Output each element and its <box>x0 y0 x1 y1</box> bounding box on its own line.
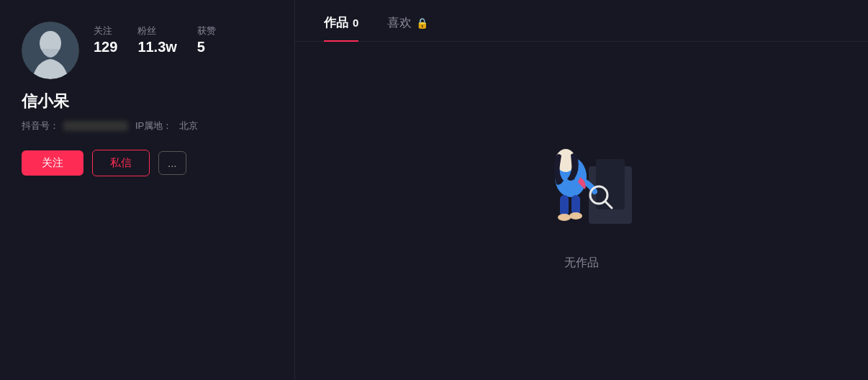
tab-likes-label: 喜欢 <box>387 14 412 31</box>
user-meta: 抖音号： IP属地： 北京 <box>22 119 273 132</box>
stat-fans: 粉丝 11.3w <box>137 24 176 55</box>
svg-rect-9 <box>571 195 580 215</box>
svg-point-11 <box>569 212 582 220</box>
fans-label: 粉丝 <box>137 24 156 37</box>
action-buttons: 关注 私信 ... <box>22 150 273 176</box>
douyin-label: 抖音号： <box>22 119 59 132</box>
stat-likes: 获赞 5 <box>197 24 216 55</box>
follow-count: 129 <box>94 39 117 55</box>
fans-count: 11.3w <box>137 39 176 55</box>
avatar <box>22 22 79 79</box>
empty-content: 无作品 <box>295 42 868 380</box>
svg-rect-8 <box>560 195 569 217</box>
tab-works[interactable]: 作品 0 <box>324 14 358 41</box>
username: 信小呆 <box>22 91 273 112</box>
likes-label: 获赞 <box>197 24 216 37</box>
message-button[interactable]: 私信 <box>92 150 150 176</box>
follow-button[interactable]: 关注 <box>22 150 83 176</box>
ip-label: IP属地： <box>135 119 172 132</box>
profile-top: 关注 129 粉丝 11.3w 获赞 5 <box>22 22 273 79</box>
empty-text: 无作品 <box>564 255 599 271</box>
empty-illustration <box>517 123 646 238</box>
follow-label: 关注 <box>94 24 112 37</box>
svg-point-10 <box>558 214 571 221</box>
svg-rect-3 <box>596 159 625 209</box>
likes-count: 5 <box>197 39 205 55</box>
stats-row: 关注 129 粉丝 11.3w 获赞 5 <box>94 22 216 55</box>
tab-likes[interactable]: 喜欢 🔒 <box>387 14 428 41</box>
id-blur <box>63 121 128 131</box>
stat-follow: 关注 129 <box>94 24 117 55</box>
ip-location: 北京 <box>179 119 198 132</box>
tab-works-label: 作品 <box>324 14 348 31</box>
lock-icon: 🔒 <box>416 17 428 29</box>
more-button[interactable]: ... <box>158 151 186 175</box>
tab-works-count: 0 <box>353 17 358 29</box>
douyin-id: 抖音号： <box>22 119 128 132</box>
right-panel: 作品 0 喜欢 🔒 <box>295 0 868 380</box>
tab-bar: 作品 0 喜欢 🔒 <box>295 0 868 42</box>
left-panel: 关注 129 粉丝 11.3w 获赞 5 信小呆 抖音号： IP属地： 北京 关… <box>0 0 295 380</box>
